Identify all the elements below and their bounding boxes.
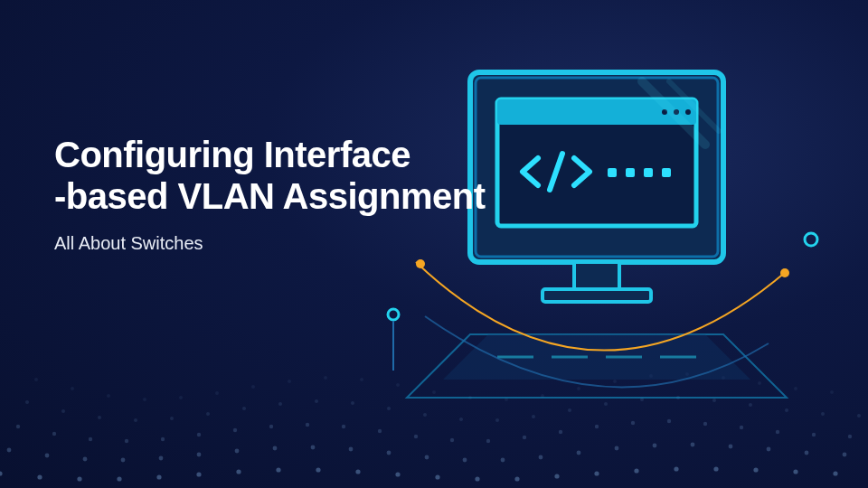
svg-point-57 — [278, 402, 282, 406]
hero-text-block: Configuring Interface -based VLAN Assign… — [54, 134, 485, 254]
svg-point-80 — [233, 428, 237, 432]
svg-point-123 — [77, 476, 81, 481]
svg-point-20 — [416, 259, 425, 268]
svg-point-122 — [37, 474, 42, 479]
svg-point-140 — [753, 467, 758, 472]
svg-point-129 — [316, 467, 320, 472]
svg-point-100 — [83, 457, 88, 462]
svg-point-59 — [351, 401, 354, 405]
svg-point-27 — [34, 378, 38, 381]
svg-point-141 — [793, 469, 797, 474]
svg-point-119 — [805, 451, 809, 455]
svg-point-50 — [25, 400, 29, 404]
svg-point-54 — [170, 417, 174, 420]
svg-point-55 — [206, 412, 210, 416]
svg-point-99 — [45, 454, 50, 458]
svg-point-22 — [805, 233, 817, 246]
svg-point-31 — [179, 396, 183, 399]
svg-point-118 — [767, 447, 771, 452]
svg-point-76 — [89, 437, 92, 441]
svg-point-121 — [0, 471, 3, 475]
svg-point-105 — [273, 446, 278, 451]
svg-rect-16 — [608, 168, 617, 177]
svg-point-35 — [324, 376, 327, 380]
svg-point-86 — [450, 438, 454, 442]
svg-point-135 — [554, 474, 559, 478]
svg-point-136 — [594, 471, 599, 475]
svg-point-83 — [342, 425, 345, 428]
svg-point-30 — [143, 398, 146, 401]
svg-point-115 — [653, 444, 657, 448]
svg-rect-18 — [644, 168, 653, 177]
title-line-1: Configuring Interface — [54, 135, 410, 174]
svg-point-125 — [156, 474, 161, 479]
page-subtitle: All About Switches — [54, 233, 485, 254]
svg-point-111 — [501, 458, 505, 463]
svg-point-134 — [514, 476, 519, 481]
svg-rect-9 — [542, 289, 651, 302]
svg-point-34 — [288, 380, 291, 383]
svg-point-117 — [729, 445, 733, 449]
svg-point-75 — [52, 432, 56, 436]
svg-point-128 — [276, 467, 280, 472]
svg-point-14 — [685, 109, 691, 115]
svg-point-104 — [235, 449, 240, 454]
title-line-2: -based VLAN Assignment — [54, 176, 485, 216]
svg-point-133 — [475, 476, 479, 481]
svg-point-130 — [355, 469, 360, 474]
svg-point-56 — [242, 407, 246, 410]
svg-point-81 — [269, 425, 273, 428]
svg-point-127 — [236, 469, 241, 474]
svg-rect-19 — [662, 168, 671, 177]
svg-point-53 — [134, 418, 137, 422]
svg-point-97 — [848, 435, 852, 438]
svg-point-74 — [16, 425, 20, 428]
svg-point-29 — [107, 394, 110, 398]
svg-point-23 — [388, 309, 399, 320]
svg-point-108 — [387, 451, 392, 455]
page-title: Configuring Interface -based VLAN Assign… — [54, 134, 485, 217]
platform-base — [407, 334, 787, 398]
svg-point-109 — [425, 455, 429, 460]
svg-point-138 — [674, 466, 678, 471]
svg-point-88 — [523, 436, 526, 439]
svg-point-114 — [615, 446, 619, 451]
svg-point-78 — [161, 437, 165, 441]
svg-point-131 — [395, 472, 400, 476]
svg-point-112 — [539, 455, 543, 460]
svg-point-132 — [435, 474, 439, 479]
svg-point-116 — [691, 443, 695, 447]
svg-point-87 — [486, 439, 490, 443]
svg-point-126 — [196, 472, 201, 476]
svg-point-110 — [463, 458, 467, 463]
svg-point-142 — [833, 471, 837, 475]
svg-point-33 — [251, 385, 255, 389]
code-window-icon — [497, 99, 696, 226]
svg-rect-8 — [574, 262, 619, 289]
svg-point-79 — [197, 433, 201, 436]
svg-point-32 — [215, 391, 219, 395]
svg-point-82 — [306, 423, 309, 427]
svg-point-139 — [713, 466, 718, 471]
svg-point-52 — [98, 416, 101, 419]
svg-point-137 — [634, 468, 638, 473]
svg-rect-17 — [626, 168, 635, 177]
svg-point-77 — [125, 439, 128, 443]
svg-point-107 — [349, 447, 354, 452]
svg-point-21 — [780, 268, 789, 277]
svg-point-98 — [7, 448, 12, 453]
svg-point-113 — [577, 451, 581, 455]
svg-point-124 — [117, 476, 121, 481]
svg-point-106 — [311, 446, 316, 450]
svg-point-101 — [121, 458, 126, 463]
svg-point-103 — [197, 453, 202, 457]
svg-point-58 — [315, 399, 318, 403]
svg-point-85 — [414, 435, 418, 438]
svg-point-102 — [159, 456, 164, 461]
svg-point-120 — [843, 453, 847, 457]
svg-point-28 — [71, 387, 74, 390]
svg-point-51 — [61, 409, 65, 413]
svg-point-73 — [857, 414, 861, 418]
